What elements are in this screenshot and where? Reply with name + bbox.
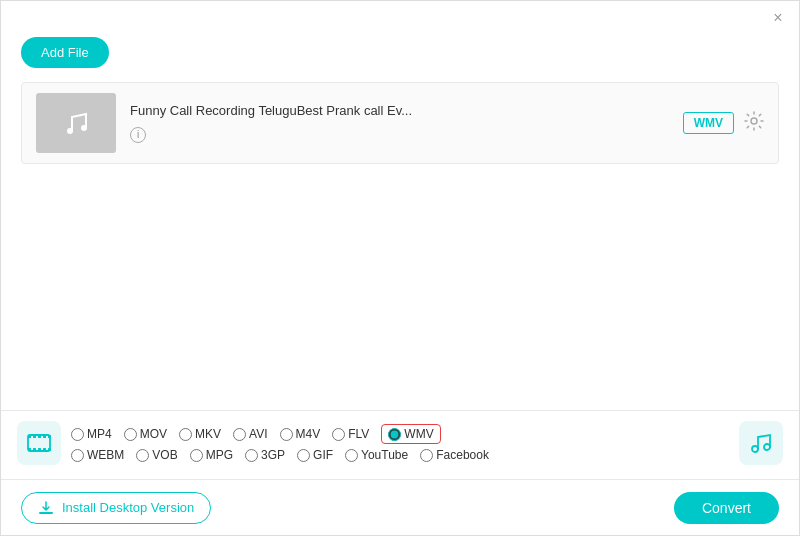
- format-flv[interactable]: FLV: [332, 427, 369, 441]
- format-3gp[interactable]: 3GP: [245, 448, 285, 462]
- file-info: Funny Call Recording TeluguBest Prank ca…: [130, 103, 669, 143]
- format-webm[interactable]: WEBM: [71, 448, 124, 462]
- music-note-icon: [749, 431, 773, 455]
- format-youtube[interactable]: YouTube: [345, 448, 408, 462]
- settings-icon[interactable]: [744, 111, 764, 136]
- info-icon[interactable]: i: [130, 127, 146, 143]
- format-selector-bar: MP4 MOV MKV AVI M4V FLV WMV: [1, 410, 799, 475]
- format-avi[interactable]: AVI: [233, 427, 267, 441]
- music-icon: [58, 105, 94, 141]
- convert-button[interactable]: Convert: [674, 492, 779, 524]
- close-button[interactable]: ×: [769, 9, 787, 27]
- film-icon: [26, 430, 52, 456]
- add-file-button[interactable]: Add File: [21, 37, 109, 68]
- svg-point-14: [752, 446, 758, 452]
- file-thumbnail: [36, 93, 116, 153]
- svg-rect-16: [39, 512, 53, 514]
- file-name: Funny Call Recording TeluguBest Prank ca…: [130, 103, 669, 118]
- file-item: Funny Call Recording TeluguBest Prank ca…: [22, 83, 778, 163]
- svg-rect-10: [33, 448, 36, 451]
- format-options-grid: MP4 MOV MKV AVI M4V FLV WMV: [71, 424, 729, 462]
- format-facebook[interactable]: Facebook: [420, 448, 489, 462]
- footer: Install Desktop Version Convert: [1, 479, 799, 535]
- svg-rect-8: [48, 435, 51, 438]
- svg-rect-7: [43, 435, 46, 438]
- format-mkv[interactable]: MKV: [179, 427, 221, 441]
- format-row-1: MP4 MOV MKV AVI M4V FLV WMV: [71, 424, 729, 444]
- svg-rect-6: [38, 435, 41, 438]
- format-badge[interactable]: WMV: [683, 112, 734, 134]
- format-vob[interactable]: VOB: [136, 448, 177, 462]
- format-m4v[interactable]: M4V: [280, 427, 321, 441]
- svg-rect-4: [28, 435, 31, 438]
- svg-point-1: [81, 125, 87, 131]
- video-format-icon: [17, 421, 61, 465]
- format-mov[interactable]: MOV: [124, 427, 167, 441]
- audio-icon[interactable]: [739, 421, 783, 465]
- format-mpg[interactable]: MPG: [190, 448, 233, 462]
- format-row-2: WEBM VOB MPG 3GP GIF YouTube Facebook: [71, 448, 729, 462]
- install-desktop-button[interactable]: Install Desktop Version: [21, 492, 211, 524]
- download-icon: [38, 500, 54, 516]
- svg-rect-5: [33, 435, 36, 438]
- title-bar: ×: [757, 1, 799, 31]
- svg-rect-11: [38, 448, 41, 451]
- svg-rect-12: [43, 448, 46, 451]
- svg-rect-13: [48, 448, 51, 451]
- svg-point-0: [67, 128, 73, 134]
- file-actions: WMV: [683, 111, 764, 136]
- svg-point-2: [751, 118, 757, 124]
- main-content: Add File Funny Call Recording TeluguBest…: [1, 23, 799, 164]
- file-list: Funny Call Recording TeluguBest Prank ca…: [21, 82, 779, 164]
- svg-rect-9: [28, 448, 31, 451]
- format-mp4[interactable]: MP4: [71, 427, 112, 441]
- format-gif[interactable]: GIF: [297, 448, 333, 462]
- format-wmv[interactable]: WMV: [381, 424, 440, 444]
